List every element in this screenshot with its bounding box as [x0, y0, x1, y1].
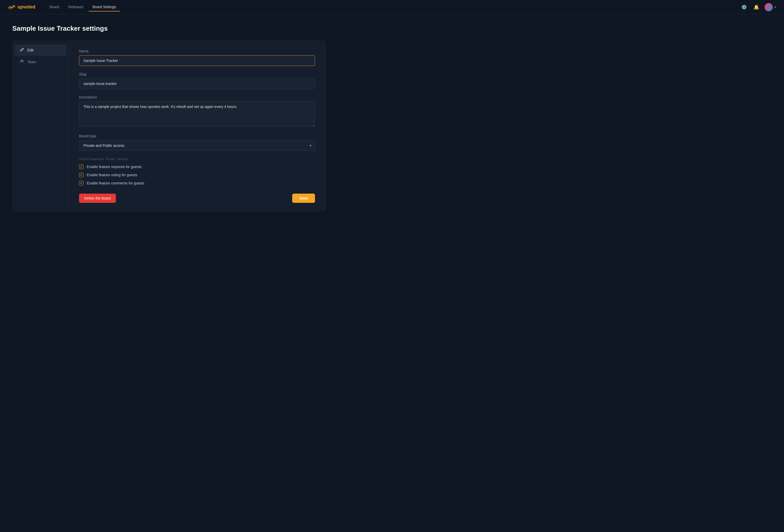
svg-point-0 — [21, 60, 22, 61]
logo[interactable]: upvoted — [8, 4, 35, 10]
form-footer: Delete the board Save — [79, 194, 315, 203]
checkbox-box-guest-voting: ✓ — [79, 173, 84, 177]
sidebar: Edit Team — [12, 41, 69, 211]
sidebar-item-team[interactable]: Team — [15, 56, 66, 67]
checkmark-guest-voting: ✓ — [80, 173, 83, 177]
board-type-select[interactable]: Private and Public access Private only P… — [79, 140, 315, 151]
slug-group: Slug — [79, 72, 315, 89]
nav-link-releases[interactable]: Releases — [64, 3, 87, 11]
main-content: Sample Issue Tracker settings Edit — [0, 14, 338, 221]
slug-label: Slug — [79, 72, 315, 76]
chevron-down-icon: ▾ — [774, 5, 776, 9]
name-group: Name — [79, 49, 315, 66]
board-type-select-wrapper: Private and Public access Private only P… — [79, 140, 315, 151]
nav-link-board[interactable]: Board — [46, 3, 63, 11]
sidebar-item-edit-label: Edit — [27, 48, 33, 52]
logo-icon — [8, 4, 16, 10]
checkmark-guest-requests: ✓ — [80, 165, 83, 169]
description-label: Description — [79, 95, 315, 99]
team-icon — [20, 59, 24, 64]
checkmark-guest-comments: ✓ — [80, 181, 83, 185]
name-label: Name — [79, 49, 315, 53]
checkbox-guest-requests[interactable]: ✓ Enable feature requests for guests — [79, 165, 315, 169]
settings-card: Edit Team Name — [12, 41, 326, 211]
user-menu[interactable]: ▾ — [764, 3, 776, 11]
avatar — [764, 3, 773, 11]
checkbox-box-guest-comments: ✓ — [79, 181, 84, 185]
notifications-icon[interactable]: 🔔 — [752, 3, 760, 11]
nav-right: ⚙️ 🔔 ▾ — [740, 3, 776, 11]
slug-input[interactable] — [79, 78, 315, 89]
board-type-group: Board type Private and Public access Pri… — [79, 134, 315, 151]
svg-point-1 — [22, 60, 23, 61]
delete-board-button[interactable]: Delete the board — [79, 194, 116, 203]
edit-icon — [20, 48, 24, 53]
checkbox-label-guest-voting: Enable feature voting for guests — [87, 173, 137, 177]
checkbox-label-guest-requests: Enable feature requests for guests — [87, 165, 141, 169]
name-input[interactable] — [79, 55, 315, 66]
top-nav: upvoted Board Releases Board Settings ⚙️… — [0, 0, 784, 14]
form-area: Name Slug Description This is a sample p… — [69, 41, 325, 211]
page-title: Sample Issue Tracker settings — [12, 25, 326, 32]
public-access-note: Only if board has "Public" access — [79, 157, 315, 161]
save-button[interactable]: Save — [292, 194, 315, 203]
checkbox-group: ✓ Enable feature requests for guests ✓ E… — [79, 165, 315, 185]
sidebar-item-team-label: Team — [27, 60, 36, 64]
board-type-label: Board type — [79, 134, 315, 138]
nav-links: Board Releases Board Settings — [46, 3, 740, 11]
settings-icon[interactable]: ⚙️ — [740, 3, 748, 11]
checkbox-guest-comments[interactable]: ✓ Enable feature comments for guests — [79, 181, 315, 185]
checkbox-guest-voting[interactable]: ✓ Enable feature voting for guests — [79, 173, 315, 177]
description-group: Description This is a sample project tha… — [79, 95, 315, 128]
checkbox-label-guest-comments: Enable feature comments for guests — [87, 181, 144, 185]
nav-link-board-settings[interactable]: Board Settings — [88, 3, 120, 11]
checkbox-box-guest-requests: ✓ — [79, 165, 84, 169]
brand-name: upvoted — [18, 4, 35, 10]
description-input[interactable]: This is a sample project that shows how … — [79, 101, 315, 127]
sidebar-item-edit[interactable]: Edit — [15, 45, 66, 56]
